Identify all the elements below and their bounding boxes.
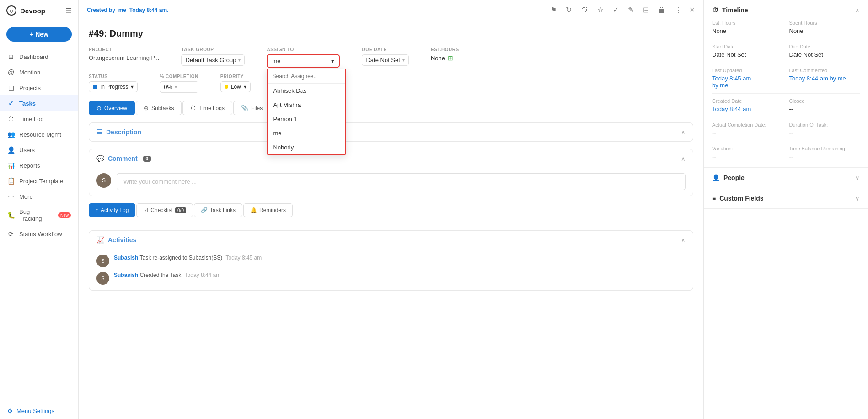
- activities-icon: 📈: [96, 236, 104, 244]
- clock-icon: ⏱: [712, 6, 718, 14]
- last-updated-tl-value: Today 8:45 amby me: [712, 75, 783, 89]
- sidebar-item-dashboard[interactable]: ⊞ Dashboard: [0, 49, 78, 64]
- sidebar-item-reports[interactable]: 📊 Reports: [0, 158, 78, 173]
- tab-files[interactable]: 📎 Files: [233, 101, 270, 115]
- status-value: In Progress: [100, 84, 128, 90]
- chevron-down-icon: ∨: [855, 195, 860, 202]
- people-title: 👤 People: [712, 174, 745, 181]
- tab-activity-log[interactable]: ↑ Activity Log: [89, 203, 135, 217]
- edit-button[interactable]: ✎: [626, 5, 636, 15]
- timeline-created: Created Date Today 8:44 am Closed --: [712, 98, 860, 112]
- sidebar-item-projects[interactable]: ◫ Projects: [0, 80, 78, 95]
- tab-checklist[interactable]: ☑ Checklist 0/0: [136, 203, 193, 217]
- clock-button[interactable]: ⏱: [579, 5, 590, 15]
- custom-fields-header[interactable]: ≡ Custom Fields ∨: [704, 188, 868, 208]
- users-icon: 👤: [7, 146, 15, 154]
- activities-title: 📈 Activities: [96, 236, 136, 244]
- priority-field: PRIORITY Low ▾: [220, 74, 258, 92]
- assignee-option-person1[interactable]: Person 1: [268, 112, 345, 126]
- activities-header[interactable]: 📈 Activities ∧: [89, 231, 693, 249]
- activity-avatar: S: [96, 272, 109, 285]
- sidebar-item-users[interactable]: 👤 Users: [0, 142, 78, 158]
- status-select[interactable]: In Progress ▾: [89, 81, 138, 92]
- est-hours-field: EST.HOURS None ⊞: [431, 47, 466, 62]
- due-date-select[interactable]: Date Not Set ▾: [362, 54, 408, 66]
- delete-button[interactable]: 🗑: [656, 5, 667, 15]
- reminders-icon: 🔔: [250, 207, 257, 213]
- timeline-variation: Variation: -- Time Balance Remaining: --: [712, 146, 860, 160]
- sidebar-item-timelog[interactable]: ⏱ Time Log: [0, 111, 78, 127]
- flag-button[interactable]: ⚑: [548, 5, 558, 15]
- tab-subtasks[interactable]: ⊕ Subtasks: [136, 101, 182, 115]
- task-group-select[interactable]: Default Task Group ▾: [181, 54, 245, 66]
- menu-settings-label: Menu Settings: [16, 408, 54, 414]
- sidebar-item-more[interactable]: ⋯ More: [0, 189, 78, 204]
- spent-hours-tl-label: Spent Hours: [789, 20, 860, 26]
- tab-overview[interactable]: ⊙ Overview: [89, 101, 135, 115]
- sidebar-item-status-workflow[interactable]: ⟳ Status Workflow: [0, 226, 78, 242]
- activity-log-label: Activity Log: [101, 207, 129, 213]
- created-info: Created by me Today 8:44 am.: [87, 7, 169, 13]
- close-button[interactable]: ✕: [689, 5, 695, 14]
- status-label: STATUS: [89, 74, 138, 79]
- due-date-tl-label: Due Date: [789, 44, 860, 49]
- sidebar-item-mention[interactable]: @ Mention: [0, 64, 78, 80]
- comment-input[interactable]: Write your comment here ...: [117, 173, 686, 190]
- timelog-icon: ⏱: [7, 115, 15, 122]
- description-section: ☰ Description ∧: [89, 122, 693, 142]
- files-icon: 📎: [241, 105, 248, 111]
- assignee-option-me[interactable]: me: [268, 126, 345, 140]
- gear-icon: ⚙: [7, 408, 13, 414]
- tab-timelogs[interactable]: ⏱ Time Logs: [182, 101, 232, 115]
- due-date-value: Date Not Set: [366, 57, 400, 64]
- more-options-button[interactable]: ⋮: [673, 5, 684, 15]
- hamburger-icon[interactable]: ☰: [65, 6, 72, 15]
- timeline-title: ⏱ Timeline: [712, 6, 748, 14]
- menu-settings[interactable]: ⚙ Menu Settings: [7, 408, 71, 414]
- project-value[interactable]: Orangescrum Learning P...: [89, 54, 159, 61]
- priority-select[interactable]: Low ▾: [220, 81, 251, 92]
- people-header[interactable]: 👤 People ∨: [704, 168, 868, 188]
- sidebar-item-label: Tasks: [19, 100, 36, 107]
- sidebar-item-project-template[interactable]: 📋 Project Template: [0, 173, 78, 189]
- activity-time: Today 8:44 am: [185, 272, 221, 278]
- description-header[interactable]: ☰ Description ∧: [89, 123, 693, 141]
- timeline-updated: Last Updated Today 8:45 amby me Last Com…: [712, 68, 860, 89]
- project-field: PROJECT Orangescrum Learning P...: [89, 47, 166, 61]
- activities-body: S Subasish Task re-assigned to Subasish(…: [89, 249, 693, 290]
- activity-avatar: S: [96, 255, 109, 267]
- comment-header[interactable]: 💬 Comment 0 ∧: [89, 149, 693, 168]
- tab-reminders[interactable]: 🔔 Reminders: [243, 203, 293, 217]
- created-by-user: me: [118, 7, 126, 13]
- due-date-tl-value: Date Not Set: [789, 51, 860, 58]
- activity-item: S Subasish Task re-assigned to Subasish(…: [96, 255, 686, 267]
- sidebar-item-label: Users: [19, 147, 35, 154]
- activity-user: Subasish: [114, 272, 138, 278]
- check-button[interactable]: ✓: [611, 5, 621, 15]
- variation-tl: Variation: --: [712, 146, 783, 160]
- sidebar: ○ Devoop ☰ + New ⊞ Dashboard @ Mention ◫…: [0, 0, 79, 419]
- sidebar-item-bug-tracking[interactable]: 🐛 Bug Tracking New: [0, 204, 78, 226]
- user-avatar: S: [96, 173, 111, 188]
- timeline-header[interactable]: ⏱ Timeline ∧: [704, 0, 868, 20]
- assignee-option-nobody[interactable]: Nobody: [268, 140, 345, 154]
- refresh-button[interactable]: ↻: [564, 5, 573, 15]
- assignee-option-ajit[interactable]: Ajit Mishra: [268, 98, 345, 112]
- created-time: Today 8:44 am.: [129, 7, 169, 13]
- sidebar-item-tasks[interactable]: ✓ Tasks: [0, 95, 78, 111]
- est-hours-tl-label: Est. Hours: [712, 20, 783, 26]
- completion-select[interactable]: 0% ▾: [160, 81, 198, 93]
- tab-task-links[interactable]: 🔗 Task Links: [194, 203, 242, 217]
- sidebar-item-label: Time Log: [19, 116, 44, 122]
- assign-to-select[interactable]: me ▾: [267, 54, 340, 68]
- star-button[interactable]: ☆: [595, 5, 605, 15]
- archive-button[interactable]: ⊟: [641, 5, 651, 15]
- completion-value: 0%: [164, 84, 172, 90]
- time-balance-tl: Time Balance Remaining: --: [789, 146, 860, 160]
- new-button[interactable]: + New: [6, 27, 72, 42]
- sidebar-item-resource[interactable]: 👥 Resource Mgmt: [0, 127, 78, 142]
- reminders-label: Reminders: [259, 207, 286, 213]
- assignee-search-input[interactable]: [268, 69, 345, 84]
- assignee-option-abhisek[interactable]: Abhisek Das: [268, 84, 345, 98]
- task-group-label: TASK GROUP: [181, 47, 245, 52]
